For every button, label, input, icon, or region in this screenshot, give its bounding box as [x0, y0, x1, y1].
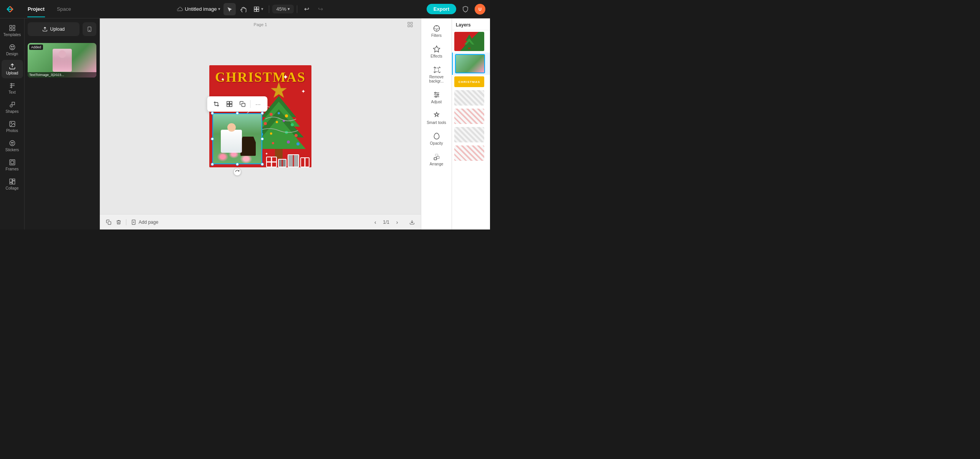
photo-background: [213, 114, 262, 163]
sidebar-item-stickers[interactable]: Stickers: [2, 137, 23, 155]
select-tool-btn[interactable]: [223, 3, 236, 15]
add-page-btn[interactable]: Add page: [131, 220, 158, 225]
layers-panel: Layers CHRISTMAS: [452, 18, 490, 230]
resize-handle-tr[interactable]: [261, 112, 264, 115]
sidebar-item-collage[interactable]: Collage: [2, 175, 23, 193]
crop-icon: [214, 101, 220, 107]
effects-label: Effects: [430, 54, 442, 58]
canvas[interactable]: CHRISTMAS ✦ ✦ ✦ ✦ ✦ ✦: [209, 65, 311, 167]
more-options-btn[interactable]: ···: [253, 99, 264, 109]
person-figure: [221, 123, 242, 158]
undo-btn[interactable]: ↩: [300, 3, 313, 15]
opacity-tool[interactable]: Opacity: [423, 129, 450, 149]
adjust-tool[interactable]: Adjust: [423, 88, 450, 107]
sidebar-item-label: Frames: [6, 167, 19, 171]
device-button[interactable]: [83, 22, 96, 36]
layer-item[interactable]: [452, 89, 490, 107]
export-button[interactable]: Export: [427, 4, 456, 14]
selected-photo-box[interactable]: [212, 113, 262, 164]
photo-layer[interactable]: ···: [212, 113, 262, 164]
resize-handle-tc[interactable]: [236, 112, 239, 115]
photos-icon: [9, 121, 16, 127]
layer-item[interactable]: CHRISTMAS: [452, 75, 490, 89]
tab-project[interactable]: Project: [22, 4, 51, 14]
app-logo[interactable]: [5, 4, 15, 15]
next-page-btn[interactable]: ›: [392, 218, 402, 227]
svg-point-38: [278, 112, 280, 114]
copy-page-btn[interactable]: [106, 220, 111, 225]
fit-resize-btn[interactable]: [224, 99, 235, 109]
topbar-tools: ▾ 45% ▾ ↩ ↪: [223, 3, 326, 15]
resize-handle-tl[interactable]: [211, 112, 214, 115]
arrange-icon: [433, 153, 440, 161]
sidebar-item-frames[interactable]: Frames: [2, 156, 23, 174]
svg-point-10: [13, 46, 13, 47]
layer-item[interactable]: [452, 107, 490, 125]
svg-rect-54: [230, 104, 232, 107]
sidebar-item-label: Shapes: [6, 109, 19, 114]
effects-tool[interactable]: Effects: [423, 42, 450, 61]
sidebar-item-design[interactable]: Design: [2, 41, 23, 59]
tab-space[interactable]: Space: [51, 4, 77, 14]
toolbar-divider: [250, 100, 251, 108]
filename-display[interactable]: Untitled image ▾: [177, 6, 220, 12]
svg-rect-1: [257, 7, 259, 9]
resize-handle-bl[interactable]: [211, 163, 214, 166]
svg-rect-7: [13, 29, 15, 31]
main-content: Templates Design Upload Text Shapes Phot…: [0, 18, 490, 230]
sidebar-item-text[interactable]: Text: [2, 79, 23, 97]
smart-tools-tool[interactable]: Smart tools: [423, 109, 450, 128]
trash-icon: [116, 220, 121, 225]
page-navigation: ‹ 1/1 ›: [371, 218, 402, 227]
sidebar-item-label: Photos: [6, 129, 18, 133]
copy-style-btn[interactable]: [237, 99, 248, 109]
svg-point-11: [10, 105, 12, 107]
sidebar-item-shapes[interactable]: Shapes: [2, 98, 23, 117]
add-page-label: Add page: [139, 220, 158, 225]
layer-item[interactable]: [452, 125, 490, 144]
layer-item[interactable]: [452, 53, 490, 75]
delete-page-btn[interactable]: [116, 220, 121, 225]
svg-rect-12: [12, 102, 15, 105]
svg-rect-2: [254, 9, 256, 11]
grid-icon: [9, 25, 16, 31]
shield-icon[interactable]: [459, 3, 472, 15]
copy-page-icon: [106, 220, 111, 225]
resize-handle-ml[interactable]: [211, 137, 214, 140]
upload-button[interactable]: Upload: [28, 22, 79, 36]
layer-item[interactable]: [452, 144, 490, 162]
svg-rect-5: [13, 25, 15, 27]
rotate-handle[interactable]: [233, 168, 241, 176]
crop-tool-btn[interactable]: [211, 99, 222, 109]
sidebar-item-upload[interactable]: Upload: [2, 60, 23, 78]
filters-tool[interactable]: Filters: [423, 21, 450, 41]
layer-item[interactable]: [452, 30, 490, 53]
panel-actions: Upload: [25, 18, 99, 40]
hand-tool-btn[interactable]: [237, 3, 250, 15]
svg-point-70: [435, 96, 436, 97]
chevron-down-icon: ▾: [261, 7, 263, 12]
page-counter: 1/1: [383, 220, 389, 225]
svg-rect-71: [434, 158, 437, 160]
topbar-tabs: Project Space: [22, 4, 77, 14]
upload-cloud-icon: [42, 26, 48, 32]
resize-handle-mr[interactable]: [261, 137, 264, 140]
resize-handle-bc[interactable]: [236, 163, 239, 166]
resize-handle-br[interactable]: [261, 163, 264, 166]
avatar[interactable]: U: [475, 4, 485, 15]
arrange-tool[interactable]: Arrange: [423, 150, 450, 169]
layout-tool-btn[interactable]: ▾: [251, 3, 266, 15]
tablet-icon: [87, 26, 92, 32]
sidebar-item-templates[interactable]: Templates: [2, 21, 23, 40]
remove-bg-label: Remove backgr...: [425, 75, 449, 83]
download-btn[interactable]: [409, 220, 415, 225]
upload-btn-label: Upload: [50, 26, 65, 32]
prev-page-btn[interactable]: ‹: [371, 218, 380, 227]
remove-bg-tool[interactable]: Remove backgr...: [423, 63, 450, 86]
zoom-control[interactable]: 45% ▾: [272, 5, 294, 13]
redo-btn[interactable]: ↪: [314, 3, 326, 15]
media-item[interactable]: Added TextToImage_3|2023...: [28, 43, 96, 78]
sidebar-item-photos[interactable]: Photos: [2, 117, 23, 136]
svg-point-39: [264, 122, 267, 125]
sidebar-item-label: Templates: [3, 33, 21, 37]
